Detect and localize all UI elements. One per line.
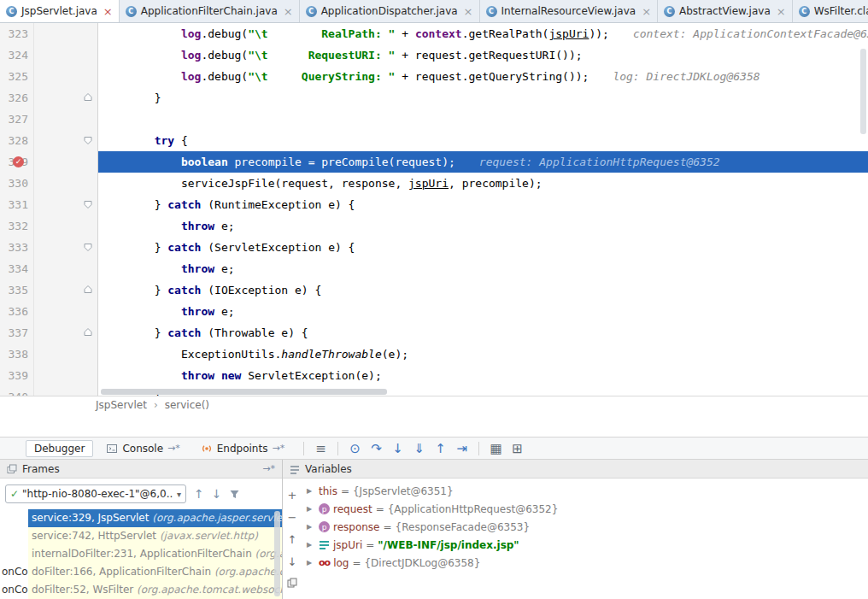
- previous-frame-icon[interactable]: ↑: [194, 487, 204, 501]
- code-line[interactable]: 325 log.debug("\t QueryString: " + reque…: [0, 66, 868, 87]
- tab-jump-icon[interactable]: →*: [272, 443, 284, 454]
- code-text[interactable]: [98, 109, 868, 130]
- code-line[interactable]: 328 try {: [0, 130, 868, 151]
- editor-gutter-cell[interactable]: 336: [0, 301, 98, 322]
- code-text[interactable]: throw e;: [98, 215, 868, 237]
- editor-gutter-cell[interactable]: 340: [0, 386, 98, 396]
- code-text[interactable]: log.debug("\t RequestURI: " + request.ge…: [98, 44, 868, 66]
- expand-arrow-icon[interactable]: ▶: [307, 559, 315, 567]
- code-line[interactable]: 332 throw e;: [0, 215, 868, 237]
- code-line[interactable]: 327: [0, 109, 868, 130]
- next-frame-icon[interactable]: ↓: [212, 487, 222, 501]
- expand-arrow-icon[interactable]: ▶: [307, 541, 315, 549]
- code-line[interactable]: 324 log.debug("\t RequestURI: " + reques…: [0, 44, 868, 66]
- layout-settings-icon[interactable]: ⊞: [507, 441, 528, 456]
- code-line[interactable]: 336 throw e;: [0, 301, 868, 322]
- code-text[interactable]: log.debug("\t RealPath: " + context.getR…: [98, 23, 868, 44]
- fold-marker-icon[interactable]: [84, 328, 92, 337]
- file-tab[interactable]: CApplicationDispatcher.java×: [300, 0, 480, 22]
- thread-selector[interactable]: ✓ "http-nio-8080-exec-1"@6,0... ▾: [5, 484, 186, 503]
- editor-gutter-cell[interactable]: 323: [0, 23, 98, 44]
- code-text[interactable]: try {: [98, 130, 868, 151]
- code-line[interactable]: 335 } catch (IOException e) {: [0, 279, 868, 301]
- code-line[interactable]: 331 } catch (RuntimeException e) {: [0, 194, 868, 215]
- tab-jump-icon[interactable]: →*: [167, 443, 180, 454]
- breakpoint-icon[interactable]: ✓: [13, 156, 24, 167]
- variable-row[interactable]: ▶oolog = {DirectJDKLog@6358}: [302, 554, 868, 572]
- file-tab[interactable]: CJspServlet.java×: [0, 0, 120, 22]
- fold-marker-icon[interactable]: [84, 200, 92, 208]
- code-text[interactable]: } catch (RuntimeException e) {: [98, 194, 868, 215]
- code-line[interactable]: 333 } catch (ServletException e) {: [0, 237, 868, 258]
- code-text[interactable]: throw e;: [98, 258, 868, 279]
- close-tab-icon[interactable]: ×: [777, 5, 786, 18]
- frames-scrollbar[interactable]: [274, 511, 280, 596]
- fold-marker-icon[interactable]: [84, 93, 92, 102]
- editor-horizontal-scrollbar[interactable]: [101, 389, 387, 395]
- stack-frame-row[interactable]: doFilter:52, WsFilter (org.apache.tomcat…: [28, 581, 282, 599]
- stack-frame-row[interactable]: internalDoFilter:231, ApplicationFilterC…: [28, 545, 282, 563]
- fold-marker-icon[interactable]: [84, 243, 92, 251]
- editor-gutter-cell[interactable]: 327: [0, 109, 98, 130]
- editor-gutter-cell[interactable]: 337: [0, 322, 98, 344]
- editor-gutter-cell[interactable]: 326: [0, 87, 98, 109]
- pin-icon[interactable]: →*: [262, 463, 275, 474]
- code-text[interactable]: throw e;: [98, 301, 868, 322]
- code-line[interactable]: 326 }: [0, 87, 868, 109]
- editor-gutter-cell[interactable]: 330: [0, 173, 98, 194]
- expand-arrow-icon[interactable]: ▶: [307, 523, 315, 531]
- editor-gutter-cell[interactable]: 339: [0, 365, 98, 386]
- breadcrumb-item-method[interactable]: service(): [165, 399, 209, 411]
- editor-gutter-cell[interactable]: 325: [0, 66, 98, 87]
- variable-row[interactable]: ▶jspUri = "/WEB-INF/jsp/index.jsp": [302, 536, 868, 554]
- step-over-icon[interactable]: ↷: [366, 441, 387, 456]
- code-line[interactable]: 330 serviceJspFile(request, response, js…: [0, 173, 868, 194]
- code-line[interactable]: 329✓ boolean precompile = preCompile(req…: [0, 151, 868, 173]
- variable-row[interactable]: ▶this = {JspServlet@6351}: [302, 482, 868, 500]
- remove-watch-icon[interactable]: −: [288, 511, 297, 524]
- code-line[interactable]: 338 ExceptionUtils.handleThrowable(e);: [0, 344, 868, 365]
- breadcrumb-item-class[interactable]: JspServlet: [96, 399, 147, 411]
- code-text[interactable]: boolean precompile = preCompile(request)…: [98, 151, 868, 173]
- editor-gutter-cell[interactable]: 328: [0, 130, 98, 151]
- close-tab-icon[interactable]: ×: [103, 5, 113, 18]
- file-tab[interactable]: CInternalResourceView.java×: [480, 0, 659, 22]
- stack-frame-row[interactable]: service:742, HttpServlet (javax.servlet.…: [28, 527, 282, 545]
- file-tab[interactable]: CApplicationFilterChain.java×: [120, 0, 300, 22]
- code-text[interactable]: }: [98, 87, 868, 109]
- debug-tab-console[interactable]: Console→*: [98, 441, 187, 456]
- variable-row[interactable]: ▶presponse = {ResponseFacade@6353}: [302, 518, 868, 536]
- fold-marker-icon[interactable]: [84, 136, 92, 144]
- editor-gutter-cell[interactable]: 329✓: [0, 151, 98, 173]
- fold-marker-icon[interactable]: [84, 285, 92, 294]
- code-line[interactable]: 334 throw e;: [0, 258, 868, 279]
- code-line[interactable]: 323 log.debug("\t RealPath: " + context.…: [0, 23, 868, 44]
- move-watch-down-icon[interactable]: ↓: [288, 555, 297, 568]
- close-tab-icon[interactable]: ×: [464, 5, 473, 18]
- step-out-icon[interactable]: ↑: [430, 441, 451, 456]
- code-text[interactable]: log.debug("\t QueryString: " + request.g…: [98, 66, 868, 87]
- stack-frame-row[interactable]: doFilter:166, ApplicationFilterChain (or…: [28, 563, 282, 581]
- debug-tab-endpoints[interactable]: Endpoints→*: [193, 441, 292, 456]
- move-watch-up-icon[interactable]: ↑: [288, 533, 297, 546]
- expand-arrow-icon[interactable]: ▶: [307, 487, 315, 495]
- code-text[interactable]: } catch (ServletException e) {: [98, 237, 868, 258]
- run-to-cursor-icon[interactable]: ⇥: [451, 441, 472, 456]
- code-text[interactable]: } catch (IOException e) {: [98, 279, 868, 301]
- duplicate-watch-icon[interactable]: [287, 578, 297, 588]
- code-text[interactable]: serviceJspFile(request, response, jspUri…: [98, 173, 868, 194]
- editor-toolwindow-splitter[interactable]: [0, 414, 868, 437]
- expand-arrow-icon[interactable]: ▶: [307, 505, 315, 513]
- code-line[interactable]: 337 } catch (Throwable e) {: [0, 322, 868, 344]
- editor-gutter-cell[interactable]: 324: [0, 44, 98, 66]
- settings-menu-icon[interactable]: ≡: [310, 441, 331, 456]
- add-watch-icon[interactable]: +: [288, 489, 297, 502]
- filter-frames-icon[interactable]: [229, 489, 240, 500]
- show-execution-point-icon[interactable]: ⊙: [344, 441, 366, 456]
- code-text[interactable]: } catch (Throwable e) {: [98, 322, 868, 344]
- stack-frame-row[interactable]: service:329, JspServlet (org.apache.jasp…: [28, 509, 282, 527]
- editor-gutter-cell[interactable]: 335: [0, 279, 98, 301]
- code-text[interactable]: ExceptionUtils.handleThrowable(e);: [98, 344, 868, 365]
- editor-gutter-cell[interactable]: 333: [0, 237, 98, 258]
- editor-gutter-cell[interactable]: 332: [0, 215, 98, 237]
